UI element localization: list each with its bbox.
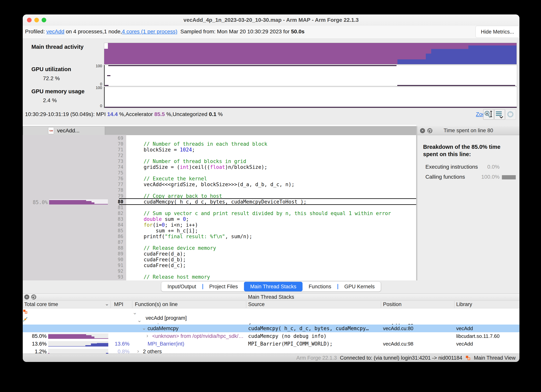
code-line-70[interactable]: 70 // Number of threads in each thread b… [23,141,416,147]
source-value: cudaMemcpy (no debug info) [248,332,327,340]
tab-functions[interactable]: Functions [302,282,337,291]
chevron-down-icon[interactable]: ⌄ [142,324,146,332]
line-80-time-percent: 85.0% [25,199,48,205]
code-line-92[interactable]: 92 [23,268,416,274]
code-line-90[interactable]: 90 cudaFree(d_b); [23,257,416,262]
column-divider[interactable] [132,301,132,308]
code-line-88[interactable]: 88 // Release device memory [23,245,416,251]
code-line-79[interactable]: 79 // Copy array back to host [23,193,416,199]
code-line-72[interactable]: 72 [23,153,416,158]
tab-gpu-kernels[interactable]: GPU Kernels [338,282,381,291]
view-mode[interactable]: Main Thread View [474,355,515,361]
source-file-icon: cpp [48,127,54,134]
column-functions-on-line[interactable]: Function(s) on line [135,301,178,307]
code-line-86[interactable]: 86 printf("final result: %f\n", sum/n); [23,234,416,239]
code-line-75[interactable]: 75 [23,170,416,176]
code-line-84[interactable]: 84 for(i=0; i<n; i++) [23,222,416,228]
line-panel-title: Time spent on line 80 [417,126,520,135]
tab-input-output[interactable]: Input/Output [161,282,202,291]
code-text: // Execute the kernel [132,176,207,182]
spark-bar [92,336,95,339]
tab-project-files[interactable]: Project Files [203,282,244,291]
code-line-81[interactable]: 81 [23,205,416,210]
forge-version: Arm Forge 22.1.3 [296,355,337,361]
code-line-78[interactable]: 78 [23,187,416,193]
code-line-71[interactable]: 71 blockSize = 1024; [23,147,416,153]
connection-status: Connected to: (via tunnel) login31:4201 … [340,355,462,361]
table-row[interactable]: ⌄cudaMemcpycudaMemcpy( h_c, d_c, bytes, … [23,324,520,332]
mpi-activity-step [468,46,516,64]
column-source[interactable]: Source [248,301,265,307]
table-row[interactable]: ⌄main{vecAdd.cu:23 [23,317,520,324]
code-line-73[interactable]: 73 // Number of thread blocks in grid [23,158,416,164]
activity-gap [104,43,108,49]
line-number: 77 [98,182,123,187]
line-number: 91 [98,262,123,268]
stacks-panel-title: Main Thread Stacks [23,293,520,301]
main-thread-activity-chart[interactable] [104,43,517,64]
code-text: gridSize = (int)ceil((float)n/blockSize)… [132,164,267,170]
executing-instructions-label: Executing instructions [425,164,478,170]
code-line-74[interactable]: 74 gridSize = (int)ceil((float)n/blockSi… [23,164,416,170]
line-panel-close-icon[interactable]: ✕ [420,128,425,133]
table-row[interactable]: ⌄vecAdd [program] [23,309,520,317]
gpu-util-axis-max: 100 [94,64,102,68]
line-number: 71 [98,147,123,153]
column-library[interactable]: Library [456,301,472,307]
stacks-close-icon[interactable]: ✕ [24,294,29,299]
metric-value-gpu-utilization: 72.2 % [43,75,60,82]
chevron-down-icon[interactable]: ⌄ [137,316,142,324]
position-value: vecAdd.cu:98 [383,340,413,348]
column-divider[interactable] [246,301,246,308]
line-80-activity-sparkline [49,199,108,204]
table-row[interactable]: 13.6%13.6%MPI_Barrier(int)MPI_Barrier(MP… [23,340,520,348]
code-line-77[interactable]: 77 vecAdd<<<gridSize, blockSize>>>(d_a, … [23,182,416,187]
source-tab-vecadd[interactable]: cpp vecAdd... [23,126,105,135]
sampled-info: Sampled from: Mon Mar 20 10:30:29 2023 f… [177,29,291,35]
line-number: 86 [98,234,123,239]
line-number: 79 [98,193,123,199]
code-line-85[interactable]: 85 sum += h_c[i]; [23,228,416,234]
code-line-89[interactable]: 89 cudaFree(d_a); [23,251,416,257]
line-number: 75 [98,170,123,176]
gpu-memory-usage-chart[interactable] [104,87,517,108]
font-zoom-button[interactable]: A [483,109,494,120]
code-line-83[interactable]: 83 double sum = 0; [23,216,416,222]
table-row[interactable]: 85.0%›<unknown> from /opt/nvidia/hpc_sdk… [23,332,520,340]
code-line-91[interactable]: 91 cudaFree(d_c); [23,262,416,268]
code-line-69[interactable]: 69 [23,135,416,141]
spark-bar [48,346,85,346]
column-position[interactable]: Position [383,301,401,307]
spark-bar [85,345,91,346]
column-divider[interactable] [381,301,381,308]
gpu-utilization-chart[interactable] [104,65,517,86]
code-line-76[interactable]: 76 // Execute the kernel [23,176,416,182]
stacks-float-icon[interactable] [31,294,36,299]
program-link[interactable]: vecAdd [47,29,64,35]
column-total-core-time[interactable]: Total core time [24,301,58,307]
total-core-time-value: 85.0% [24,332,47,340]
line-number: 84 [98,222,123,228]
code-line-87[interactable]: 87 [23,239,416,245]
metric-line [107,75,110,76]
code-text: cudaFree(d_a); [132,251,186,257]
chevron-right-icon[interactable]: › [146,332,148,340]
line-number: 92 [98,268,123,274]
reset-metrics-button[interactable] [505,109,516,120]
line-panel-float-icon[interactable] [427,128,432,133]
metric-list-button[interactable] [494,109,505,120]
summary-segment: 14.4 [107,111,118,117]
font-zoom-icon: A [483,110,493,119]
sort-indicator-icon[interactable]: ⌄ [105,301,109,307]
chevron-down-icon[interactable]: ⌄ [133,309,137,316]
tab-main-thread-stacks[interactable]: Main Thread Stacks [244,282,302,291]
bottom-tab-group: Input/OutputProject FilesMain Thread Sta… [161,282,381,291]
hide-metrics-button[interactable]: Hide Metrics... [475,26,520,38]
code-text: cudaMemcpy( h_c, d_c, bytes, cudaMemcpyD… [132,199,307,205]
code-line-93[interactable]: 93 // Release host memory [23,274,416,280]
library-value: vecAdd [456,340,473,348]
column-mpi[interactable]: MPI [114,301,123,307]
code-line-82[interactable]: 82 // Sum up vector c and print result d… [23,210,416,216]
cores-link[interactable]: 4 cores (1 per process) [122,29,177,35]
reset-icon [505,110,515,119]
